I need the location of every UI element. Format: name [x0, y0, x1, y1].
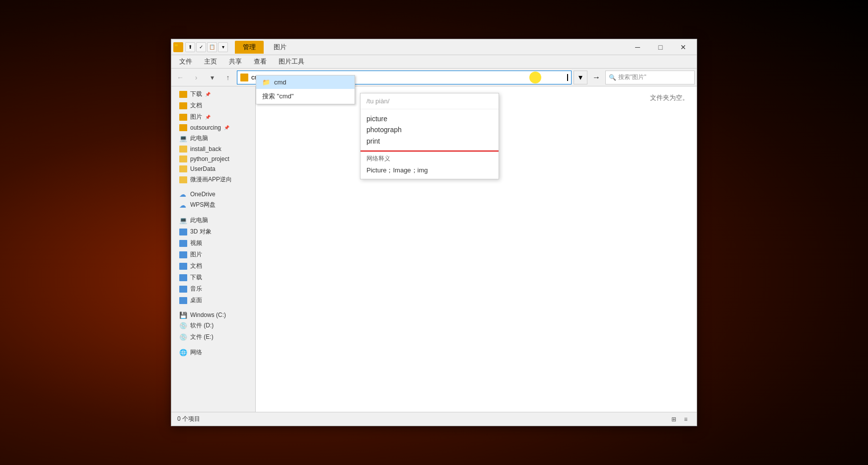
sidebar-item-label: 文档	[190, 262, 202, 270]
folder-icon	[179, 91, 187, 98]
sidebar-item-label: 文件 (E:)	[190, 333, 214, 341]
folder-icon	[179, 274, 187, 281]
sidebar-item-pictures2[interactable]: 图片	[171, 249, 255, 260]
sidebar-item-install-back[interactable]: install_back	[171, 144, 255, 154]
sidebar-item-downloads1[interactable]: 下载 📌	[171, 88, 255, 100]
ribbon: 文件 主页 共享 查看 图片工具	[171, 55, 697, 69]
up-button[interactable]: ↑	[221, 71, 235, 84]
sidebar-item-3d[interactable]: 3D 对象	[171, 226, 255, 237]
sidebar-item-drive-c[interactable]: 💾 Windows (C:)	[171, 310, 255, 320]
sidebar-item-downloads2[interactable]: 下载	[171, 272, 255, 283]
list-view-icon[interactable]: ≡	[681, 414, 691, 424]
meaning-picture: picture	[366, 113, 493, 124]
folder-icon	[179, 286, 187, 293]
sidebar-item-label: 桌面	[190, 296, 202, 305]
quick-access-icon3[interactable]: 📋	[207, 42, 217, 52]
maximize-button[interactable]: □	[649, 39, 672, 55]
address-dropdown-btn[interactable]: ▾	[574, 71, 587, 84]
autocomplete-search-item[interactable]: 搜索 "cmd"	[256, 89, 355, 104]
cursor-highlight	[529, 72, 541, 83]
ribbon-tab-view[interactable]: 查看	[248, 55, 273, 68]
folder-icon	[179, 263, 187, 270]
folder-title-icon	[173, 42, 183, 52]
ribbon-tabs: 文件 主页 共享 查看 图片工具	[171, 55, 697, 68]
sidebar-item-label: 文档	[190, 101, 202, 110]
folder-icon	[179, 240, 187, 247]
translation-popup: /tu piàn/ picture photograph print 网络释义 …	[360, 93, 499, 179]
sidebar-item-label: UserData	[190, 165, 216, 172]
sidebar-item-label: 图片	[190, 113, 202, 121]
ribbon-tab-home[interactable]: 主页	[198, 55, 223, 68]
sidebar-item-label: 3D 对象	[190, 228, 212, 236]
network-icon: 🌐	[179, 349, 187, 356]
sidebar-item-documents2[interactable]: 文档	[171, 260, 255, 272]
bottom-bar: 0 个项目 ⊞ ≡	[171, 412, 697, 426]
sidebar-sep4	[171, 343, 255, 347]
ribbon-tab-share[interactable]: 共享	[223, 55, 248, 68]
sidebar-item-label: 下载	[190, 273, 202, 282]
search-icon: 🔍	[609, 74, 616, 81]
drive-icon: 💿	[179, 334, 187, 341]
sidebar-item-label: 微漫画APP逆向	[190, 175, 232, 184]
quick-access-icon2[interactable]: ✓	[196, 42, 206, 52]
sidebar-item-manhua[interactable]: 微漫画APP逆向	[171, 174, 255, 185]
sidebar-item-video[interactable]: 视频	[171, 237, 255, 249]
search-placeholder: 搜索"图片"	[618, 73, 647, 81]
recent-locations-button[interactable]: ▾	[205, 71, 219, 84]
folder-icon	[179, 165, 187, 172]
translation-meanings: picture photograph print	[361, 109, 499, 152]
title-tab-manage[interactable]: 管理	[235, 41, 264, 54]
quick-access-dropdown[interactable]: ▾	[218, 42, 228, 52]
meaning-print: print	[366, 136, 493, 147]
empty-folder-label: 文件夹为空。	[650, 93, 689, 102]
sidebar-item-pictures1[interactable]: 图片 📌	[171, 111, 255, 123]
sidebar-item-music[interactable]: 音乐	[171, 283, 255, 295]
cursor	[567, 74, 568, 81]
autocomplete-item-cmd[interactable]: 📁 cmd	[256, 76, 355, 89]
item-count-label: 0 个项目	[177, 415, 200, 423]
path-folder-icon	[240, 74, 248, 81]
folder-icon	[179, 114, 187, 121]
autocomplete-item-label: cmd	[274, 78, 287, 86]
sidebar-item-label: 此电脑	[190, 216, 208, 225]
sidebar-item-desktop[interactable]: 桌面	[171, 295, 255, 306]
back-button[interactable]: ←	[173, 71, 187, 84]
sidebar-item-label: WPS网盘	[190, 201, 216, 209]
translation-header: /tu piàn/	[361, 93, 499, 109]
sidebar-item-wpsdisk[interactable]: ☁ WPS网盘	[171, 199, 255, 211]
sidebar-item-drive-e[interactable]: 💿 文件 (E:)	[171, 331, 255, 343]
ribbon-tab-file[interactable]: 文件	[173, 55, 198, 68]
sidebar-item-label: 下载	[190, 90, 202, 98]
autocomplete-folder-icon: 📁	[262, 78, 270, 86]
sidebar-item-label: 网络	[190, 348, 202, 357]
sidebar-item-label: python_project	[190, 155, 229, 162]
sidebar-item-documents1[interactable]: 文档	[171, 100, 255, 111]
search-box[interactable]: 🔍 搜索"图片"	[605, 71, 695, 84]
sidebar-item-thispc2[interactable]: 💻 此电脑	[171, 215, 255, 226]
sidebar-item-python[interactable]: python_project	[171, 154, 255, 164]
sidebar-item-drive-d[interactable]: 💿 软件 (D:)	[171, 320, 255, 331]
close-button[interactable]: ✕	[672, 39, 695, 55]
sidebar-sep3	[171, 306, 255, 310]
sidebar-item-thispc1[interactable]: 💻 此电脑	[171, 133, 255, 144]
sidebar-item-userdata[interactable]: UserData	[171, 164, 255, 174]
quick-access-icon1[interactable]: ⬆	[185, 42, 195, 52]
title-controls: ─ □ ✕	[626, 39, 695, 55]
sidebar-item-outsourcing[interactable]: outsourcing 📌	[171, 123, 255, 133]
folder-icon	[179, 176, 187, 183]
folder-icon	[179, 297, 187, 304]
title-tab-pictures[interactable]: 图片	[266, 41, 294, 54]
grid-view-icon[interactable]: ⊞	[669, 414, 679, 424]
sidebar-item-label: 软件 (D:)	[190, 321, 214, 330]
forward-button[interactable]: ›	[189, 71, 203, 84]
sidebar-item-network[interactable]: 🌐 网络	[171, 347, 255, 358]
svg-rect-1	[175, 44, 178, 46]
folder-icon	[179, 251, 187, 258]
sidebar-item-onedrive[interactable]: ☁ OneDrive	[171, 189, 255, 199]
drive-icon: 💿	[179, 322, 187, 329]
ribbon-tab-picture-tools[interactable]: 图片工具	[273, 55, 310, 68]
folder-icon	[179, 155, 187, 162]
sidebar-item-label: OneDrive	[190, 191, 216, 198]
address-go-btn[interactable]: →	[589, 71, 603, 84]
minimize-button[interactable]: ─	[626, 39, 649, 55]
